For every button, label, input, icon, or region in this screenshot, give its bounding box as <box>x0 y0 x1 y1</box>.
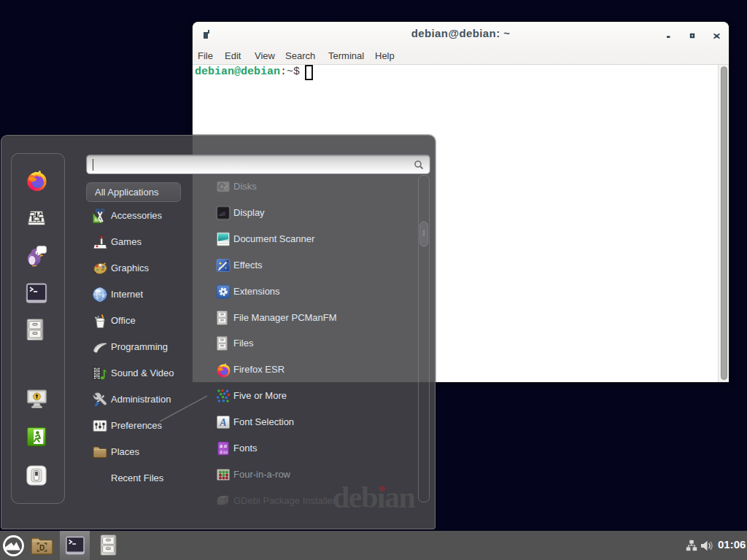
svg-text:A: A <box>219 417 226 428</box>
svg-text:D: D <box>39 544 44 552</box>
svg-text:a: a <box>220 448 222 455</box>
svg-text:ω: ω <box>223 448 228 455</box>
